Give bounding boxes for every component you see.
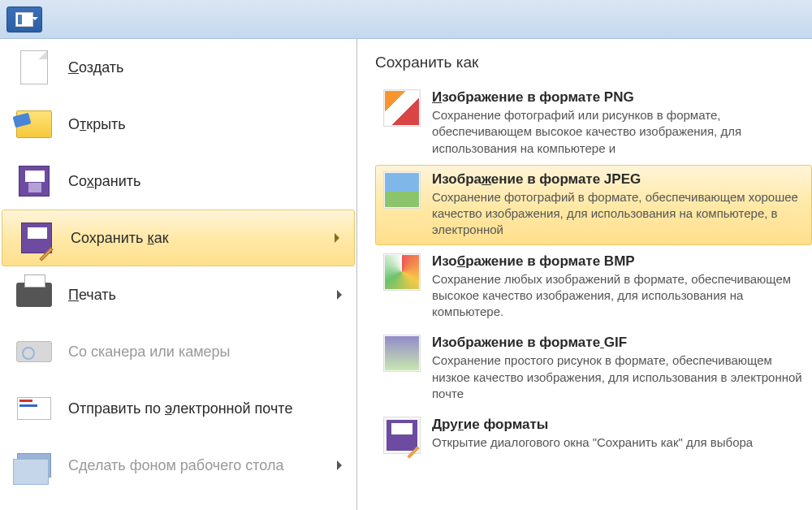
submenu-title: Сохранить как	[375, 54, 812, 71]
submenu-item-desc: Сохранение простого рисунок в формате, о…	[432, 352, 804, 402]
chevron-down-icon	[32, 17, 38, 20]
menu-item-label: Создать	[68, 59, 123, 76]
other-thumb-icon	[383, 417, 421, 454]
submenu-item-desc: Сохранение фотографий или рисунков в фор…	[432, 107, 804, 157]
submenu-item-desc: Сохранение любых изображений в формате, …	[432, 271, 804, 321]
jpeg-thumb-icon	[383, 171, 421, 209]
chevron-right-icon	[337, 460, 342, 470]
menu-item-save[interactable]: Сохранить	[0, 153, 356, 210]
save-as-other[interactable]: Другие форматыОткрытие диалогового окна …	[375, 410, 812, 460]
titlebar	[0, 0, 812, 39]
menu-item-print[interactable]: Печать	[0, 266, 356, 323]
menu-item-label: Сделать фоном рабочего стола	[68, 457, 284, 474]
wall-icon	[15, 446, 54, 485]
save-as-jpeg[interactable]: Изображение в формате JPEGСохранение фот…	[375, 165, 812, 245]
file-menu-submenu: Сохранить как Изображение в формате PNGС…	[357, 39, 812, 510]
submenu-item-title: Изображение в формате BMP	[432, 253, 804, 270]
save-icon	[15, 162, 54, 201]
print-icon	[15, 275, 54, 314]
gif-thumb-icon	[383, 335, 421, 372]
menu-item-label: Отправить по электронной почте	[68, 400, 292, 417]
save-as-bmp[interactable]: Изображение в формате BMPСохранение любы…	[375, 247, 812, 327]
menu-item-new[interactable]: Создать	[0, 39, 356, 96]
app-menu-button[interactable]	[6, 6, 42, 32]
submenu-item-title: Изображение в формате PNG	[432, 89, 804, 106]
open-icon	[15, 105, 54, 144]
chevron-right-icon	[337, 290, 342, 300]
menu-item-label: Открыть	[68, 116, 126, 133]
submenu-item-desc: Открытие диалогового окна "Сохранить как…	[432, 434, 804, 451]
menu-item-scanner: Со сканера или камеры	[0, 323, 356, 380]
file-icon	[15, 12, 33, 27]
menu-item-open[interactable]: Открыть	[0, 96, 356, 153]
email-icon	[15, 389, 54, 428]
menu-item-label: Сохранить как	[71, 230, 169, 247]
chevron-right-icon	[335, 233, 339, 243]
file-menu-left: СоздатьОткрытьСохранитьСохранить какПеча…	[0, 39, 357, 510]
submenu-item-title: Другие форматы	[432, 417, 804, 433]
submenu-item-title: Изображение в формате GIF	[432, 335, 804, 351]
new-icon	[15, 48, 54, 87]
submenu-item-title: Изображение в формате JPEG	[432, 171, 804, 188]
menu-item-wall: Сделать фоном рабочего стола	[0, 437, 356, 494]
file-menu-popup: СоздатьОткрытьСохранитьСохранить какПеча…	[0, 39, 812, 510]
saveas-icon	[17, 218, 56, 257]
menu-item-label: Печать	[68, 287, 116, 304]
menu-item-email[interactable]: Отправить по электронной почте	[0, 380, 356, 437]
menu-item-label: Сохранить	[68, 173, 140, 190]
menu-item-label: Со сканера или камеры	[68, 344, 231, 361]
save-as-png[interactable]: Изображение в формате PNGСохранение фото…	[375, 83, 812, 163]
save-as-gif[interactable]: Изображение в формате GIFСохранение прос…	[375, 328, 812, 408]
bmp-thumb-icon	[383, 253, 421, 291]
png-thumb-icon	[383, 89, 421, 127]
menu-item-saveas[interactable]: Сохранить как	[2, 210, 355, 266]
submenu-item-desc: Сохранение фотографий в формате, обеспеч…	[432, 189, 804, 239]
scanner-icon	[15, 332, 54, 371]
